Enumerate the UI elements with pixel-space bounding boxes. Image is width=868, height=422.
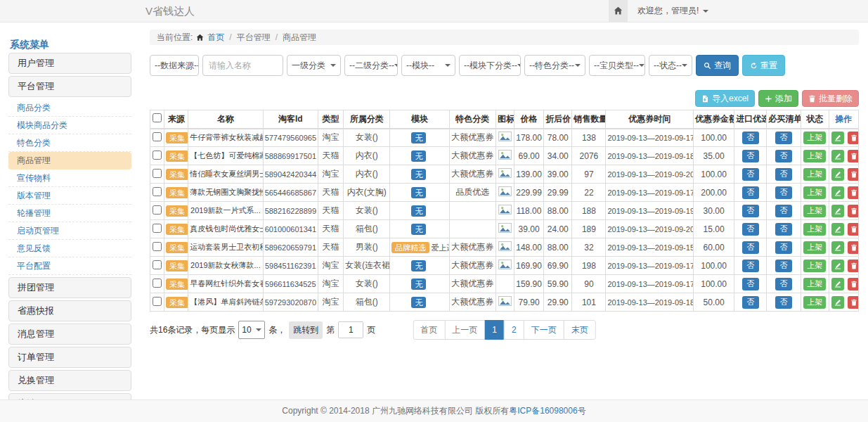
import-select-toggle[interactable]: 否: [742, 186, 759, 199]
row-checkbox[interactable]: [153, 297, 162, 306]
must-buy-toggle[interactable]: 否: [775, 278, 792, 290]
sidebar-group-messages[interactable]: 消息管理: [8, 324, 131, 345]
must-buy-toggle[interactable]: 否: [775, 150, 792, 162]
delete-button[interactable]: [848, 241, 858, 254]
pager-button[interactable]: 2: [504, 320, 524, 340]
delete-button[interactable]: [848, 278, 858, 290]
row-checkbox[interactable]: [153, 132, 162, 141]
select-all-checkbox[interactable]: [153, 113, 162, 122]
sidebar-subitem[interactable]: 宣传物料: [8, 170, 131, 187]
import-select-toggle[interactable]: 否: [742, 260, 759, 272]
row-checkbox[interactable]: [153, 224, 162, 233]
must-buy-toggle[interactable]: 否: [775, 296, 792, 309]
edit-button[interactable]: [831, 205, 844, 217]
sidebar-subitem[interactable]: 特色分类: [8, 134, 131, 152]
sidebar-group-exchange[interactable]: 兑换管理: [8, 370, 131, 391]
must-buy-toggle[interactable]: 否: [775, 260, 792, 272]
row-checkbox[interactable]: [153, 187, 162, 196]
row-checkbox[interactable]: [153, 242, 162, 251]
import-select-toggle[interactable]: 否: [742, 150, 759, 162]
module-subcategory-select[interactable]: --模块下分类--: [459, 55, 521, 76]
status-button[interactable]: 上架: [803, 278, 826, 290]
import-select-toggle[interactable]: 否: [742, 132, 759, 144]
sidebar-subitem[interactable]: 商品管理: [8, 152, 131, 170]
must-buy-toggle[interactable]: 否: [775, 168, 792, 181]
sidebar-group-orders[interactable]: 订单管理: [8, 347, 131, 368]
sidebar-subitem[interactable]: 商品分类: [8, 99, 131, 117]
delete-button[interactable]: [848, 168, 858, 181]
must-buy-toggle[interactable]: 否: [775, 223, 792, 236]
batch-delete-button[interactable]: 批量删除: [802, 90, 859, 107]
import-excel-button[interactable]: 导入excel: [695, 90, 755, 107]
status-button[interactable]: 上架: [803, 150, 826, 162]
import-select-toggle[interactable]: 否: [742, 278, 759, 290]
status-button[interactable]: 上架: [803, 168, 826, 181]
sidebar-group-express[interactable]: 省惠快报: [8, 300, 131, 321]
edit-button[interactable]: [831, 278, 844, 290]
import-select-toggle[interactable]: 否: [742, 223, 759, 236]
status-button[interactable]: 上架: [803, 296, 826, 309]
category2-select[interactable]: --二级分类--: [344, 55, 398, 76]
import-select-toggle[interactable]: 否: [742, 241, 759, 254]
per-page-select[interactable]: 10: [238, 321, 265, 339]
must-buy-toggle[interactable]: 否: [775, 186, 792, 199]
must-buy-toggle[interactable]: 否: [775, 241, 792, 254]
delete-button[interactable]: [848, 150, 858, 162]
reset-button[interactable]: 重置: [742, 55, 785, 76]
status-button[interactable]: 上架: [803, 132, 826, 144]
delete-button[interactable]: [848, 205, 858, 217]
row-checkbox[interactable]: [153, 169, 162, 178]
page-number-input[interactable]: [338, 321, 363, 338]
import-select-toggle[interactable]: 否: [742, 296, 759, 309]
edit-button[interactable]: [831, 168, 844, 181]
row-checkbox[interactable]: [153, 151, 162, 160]
data-source-select[interactable]: --数据来源--: [150, 55, 199, 76]
sidebar-group-users[interactable]: 用户管理: [8, 53, 131, 74]
row-checkbox[interactable]: [153, 205, 162, 215]
sidebar-subitem[interactable]: 平台配置: [8, 257, 131, 275]
import-select-toggle[interactable]: 否: [742, 205, 759, 217]
pager-button[interactable]: 首页: [413, 320, 445, 340]
delete-button[interactable]: [848, 296, 858, 309]
delete-button[interactable]: [848, 132, 858, 144]
jump-button[interactable]: 跳转到: [289, 321, 323, 339]
sidebar-group-platform[interactable]: 平台管理: [8, 76, 131, 97]
add-button[interactable]: 添加: [758, 90, 798, 107]
status-select[interactable]: --状态--: [649, 55, 692, 76]
sidebar-subitem[interactable]: 版本管理: [8, 187, 131, 205]
edit-button[interactable]: [831, 132, 844, 144]
status-button[interactable]: 上架: [803, 223, 826, 236]
import-select-toggle[interactable]: 否: [742, 168, 759, 181]
category1-select[interactable]: 一级分类: [287, 55, 341, 76]
status-button[interactable]: 上架: [803, 186, 826, 199]
sidebar-subitem[interactable]: 意见反馈: [8, 240, 131, 257]
row-checkbox[interactable]: [153, 279, 162, 288]
row-checkbox[interactable]: [153, 260, 162, 269]
pager-button[interactable]: 下一页: [524, 320, 564, 340]
search-button[interactable]: 查询: [696, 55, 739, 76]
module-select[interactable]: --模块--: [401, 55, 455, 76]
delete-button[interactable]: [848, 223, 858, 236]
name-search-input[interactable]: [202, 55, 283, 76]
edit-button[interactable]: [831, 260, 844, 272]
status-button[interactable]: 上架: [803, 205, 826, 217]
user-dropdown[interactable]: 欢迎您，管理员!: [637, 5, 708, 17]
breadcrumb-home-link[interactable]: 首页: [207, 32, 224, 44]
delete-button[interactable]: [848, 186, 858, 199]
sidebar-group-groupbuy[interactable]: 拼团管理: [8, 277, 131, 298]
sidebar-subitem[interactable]: 启动页管理: [8, 222, 131, 240]
status-button[interactable]: 上架: [803, 260, 826, 272]
edit-button[interactable]: [831, 223, 844, 236]
sidebar-subitem[interactable]: 轮播管理: [8, 205, 131, 222]
pager-button[interactable]: 末页: [564, 320, 596, 340]
pager-button[interactable]: 1: [484, 320, 505, 340]
delete-button[interactable]: [848, 260, 858, 272]
edit-button[interactable]: [831, 296, 844, 309]
home-nav-button[interactable]: [609, 0, 628, 22]
must-buy-toggle[interactable]: 否: [775, 205, 792, 217]
feature-category-select[interactable]: --特色分类--: [524, 55, 585, 76]
status-button[interactable]: 上架: [803, 241, 826, 254]
sidebar-subitem[interactable]: 模块商品分类: [8, 117, 131, 134]
pager-button[interactable]: 上一页: [444, 320, 485, 340]
edit-button[interactable]: [831, 186, 844, 199]
